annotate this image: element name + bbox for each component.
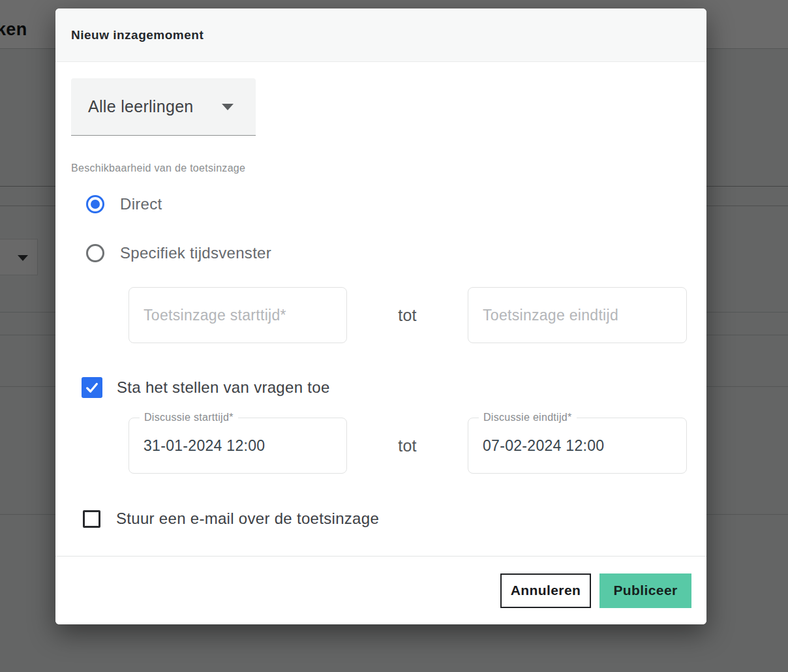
modal-header: Nieuw inzagemoment	[55, 8, 706, 62]
until-separator: tot	[347, 436, 468, 455]
discussion-end-label: Discussie eindtijd*	[479, 411, 577, 424]
discussion-end-field: Discussie eindtijd*	[468, 418, 687, 474]
until-separator: tot	[347, 306, 468, 325]
chevron-down-icon	[222, 104, 234, 110]
review-end-input[interactable]	[468, 287, 687, 343]
radio-option-direct[interactable]: Direct	[86, 195, 162, 213]
discussion-start-label: Discussie starttijd*	[140, 411, 238, 424]
radio-option-label: Specifiek tijdsvenster	[120, 244, 271, 262]
review-window-fields: tot	[129, 287, 687, 343]
review-start-field	[129, 287, 347, 343]
modal-title: Nieuw inzagemoment	[71, 28, 204, 42]
radio-selected-icon	[86, 195, 104, 213]
allow-questions-label: Sta het stellen van vragen toe	[117, 378, 330, 397]
discussion-start-input[interactable]	[129, 418, 347, 474]
allow-questions-checkbox-row[interactable]: Sta het stellen van vragen toe	[82, 377, 330, 398]
check-icon	[85, 380, 99, 395]
discussion-start-field: Discussie starttijd*	[129, 418, 347, 474]
send-email-label: Stuur een e-mail over de toetsinzage	[116, 510, 379, 528]
audience-select-value: Alle leerlingen	[88, 97, 194, 116]
checkbox-unchecked-icon[interactable]	[83, 510, 100, 528]
screen: ken Nieuw inzagemoment Alle leerlingen B…	[0, 0, 788, 672]
review-start-input[interactable]	[129, 287, 347, 343]
checkbox-checked-icon[interactable]	[82, 377, 102, 398]
modal-footer: Annuleren Publiceer	[55, 556, 706, 624]
availability-group-label: Beschikbaarheid van de toetsinzage	[71, 162, 245, 174]
cancel-button[interactable]: Annuleren	[500, 573, 591, 608]
radio-option-label: Direct	[120, 195, 162, 213]
new-review-modal: Nieuw inzagemoment Alle leerlingen Besch…	[55, 8, 706, 624]
review-end-field	[468, 287, 687, 343]
radio-unselected-icon	[86, 244, 104, 262]
discussion-window-fields: Discussie starttijd* tot Discussie eindt…	[129, 418, 687, 474]
audience-select[interactable]: Alle leerlingen	[71, 78, 256, 136]
discussion-end-input[interactable]	[468, 418, 687, 474]
publish-button[interactable]: Publiceer	[599, 573, 691, 608]
radio-option-specific-window[interactable]: Specifiek tijdsvenster	[86, 244, 271, 262]
send-email-checkbox-row[interactable]: Stuur een e-mail over de toetsinzage	[83, 510, 379, 528]
